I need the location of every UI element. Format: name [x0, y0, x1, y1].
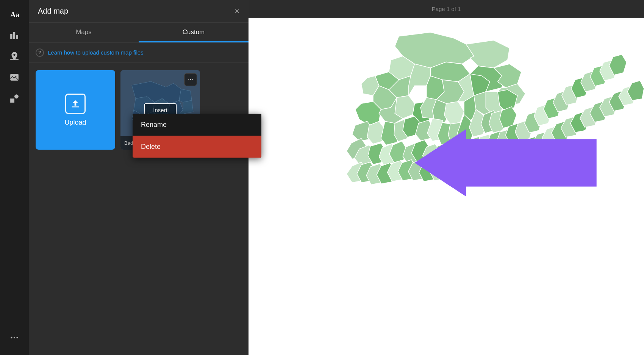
map-visualization	[249, 18, 644, 355]
tab-custom[interactable]: Custom	[139, 23, 249, 42]
canvas-topbar: Page 1 of 1	[249, 0, 644, 18]
panel-title: Add map	[38, 7, 68, 16]
upload-label: Upload	[64, 119, 86, 127]
sidebar-item-media[interactable]	[4, 67, 25, 87]
close-button[interactable]: ×	[234, 7, 239, 16]
sidebar-item-shapes[interactable]	[4, 89, 25, 108]
upload-icon	[65, 94, 86, 114]
info-icon: ?	[36, 48, 44, 57]
sidebar-item-more[interactable]	[4, 328, 25, 347]
sidebar-item-charts[interactable]	[4, 25, 25, 45]
svg-text:Aa: Aa	[10, 11, 19, 19]
tab-maps[interactable]: Maps	[29, 23, 139, 42]
context-menu-delete[interactable]: Delete	[133, 136, 261, 158]
info-link[interactable]: Learn how to upload custom map files	[48, 49, 144, 56]
context-menu-rename[interactable]: Rename	[133, 114, 261, 136]
sidebar-item-maps[interactable]	[4, 46, 25, 66]
panel-header: Add map ×	[29, 0, 249, 23]
sidebar: Aa	[0, 0, 29, 355]
svg-rect-3	[16, 35, 18, 39]
page-info: Page 1 of 1	[432, 6, 461, 12]
canvas-content	[249, 18, 644, 355]
context-menu: Rename Delete	[133, 114, 261, 158]
svg-rect-1	[10, 34, 12, 39]
tabs-bar: Maps Custom	[29, 23, 249, 43]
svg-point-11	[16, 337, 18, 338]
canvas-area: Page 1 of 1	[249, 0, 644, 355]
add-map-panel: Add map × Maps Custom ? Learn how to upl…	[29, 0, 249, 355]
svg-point-10	[14, 337, 15, 338]
svg-rect-12	[72, 106, 79, 107]
sidebar-item-text[interactable]: Aa	[4, 4, 25, 23]
info-bar: ? Learn how to upload custom map files	[29, 43, 249, 63]
svg-rect-7	[10, 99, 14, 103]
svg-point-9	[11, 337, 12, 338]
svg-rect-2	[13, 32, 15, 39]
card-menu-button[interactable]: ⋯	[184, 73, 197, 86]
svg-point-8	[14, 94, 19, 99]
upload-card[interactable]: Upload	[36, 70, 115, 150]
